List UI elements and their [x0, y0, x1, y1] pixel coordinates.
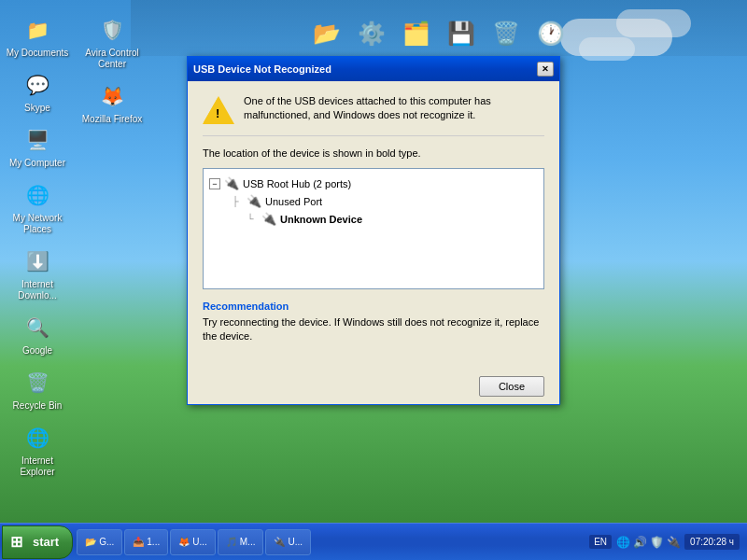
- taskbar-items: 📂 G... 📥 1... 🦊 U... 🎵 M... 🔌 U...: [73, 529, 582, 555]
- icon-internet-download[interactable]: ⬇️ Internet Downlo...: [0, 241, 75, 307]
- dock-trash[interactable]: 🗑️: [486, 13, 527, 54]
- dialog-title: USB Device Not Recognized: [193, 63, 331, 75]
- dock-files[interactable]: 🗂️: [396, 13, 437, 54]
- dock-folder[interactable]: 📂: [306, 13, 347, 54]
- rocketdock: 📂 ⚙️ 🗂️ 💾 🗑️ 🕐: [131, 0, 747, 56]
- icon-firefox[interactable]: 🦊 Mozilla Firefox: [75, 76, 149, 131]
- dialog-body: ! One of the USB devices attached to thi…: [188, 81, 559, 369]
- icon-my-computer[interactable]: 🖥️ My Computer: [0, 119, 75, 175]
- usb-hub-icon: 🔌: [224, 176, 239, 190]
- close-button[interactable]: Close: [479, 376, 544, 397]
- device-tree: − 🔌 USB Root Hub (2 ports) ├ 🔌 Unused Po…: [203, 168, 544, 289]
- windows-logo: ⊞: [10, 533, 29, 552]
- dock-settings[interactable]: ⚙️: [351, 13, 392, 54]
- network-tray-icon: 🌐: [615, 535, 630, 550]
- start-button[interactable]: ⊞ start: [2, 525, 73, 559]
- unknown-device-label: Unknown Device: [280, 214, 362, 225]
- system-clock: 07:20:28 ч: [684, 534, 740, 550]
- location-text: The location of the device is shown in b…: [203, 147, 544, 159]
- tree-expand-root[interactable]: −: [209, 178, 220, 189]
- icon-avira[interactable]: 🛡️ Avira Control Center: [75, 9, 149, 76]
- tray-icons: 🌐 🔊 🛡️ 🔌: [615, 535, 681, 550]
- tree-root: − 🔌 USB Root Hub (2 ports): [209, 175, 538, 192]
- recommendation-title: Recommendation: [203, 301, 544, 312]
- dialog-controls: ✕: [537, 62, 554, 77]
- icon-my-documents[interactable]: 📁 My Documents: [0, 9, 75, 64]
- volume-tray-icon: 🔊: [632, 535, 647, 550]
- dialog-footer: Close: [188, 369, 559, 404]
- taskbar-right: EN 🌐 🔊 🛡️ 🔌 07:20:28 ч: [582, 534, 747, 550]
- dock-clock[interactable]: 🕐: [530, 13, 571, 54]
- taskbar-btn-3[interactable]: 🦊 U...: [170, 529, 216, 555]
- unknown-device-icon: 🔌: [261, 212, 276, 226]
- icon-ie[interactable]: 🌐 Internet Explorer: [0, 417, 75, 483]
- taskbar-btn-5[interactable]: 🔌 U...: [265, 529, 311, 555]
- taskbar-btn-4[interactable]: 🎵 M...: [218, 529, 264, 555]
- unused-port-icon: 🔌: [247, 194, 261, 208]
- dialog-message: One of the USB devices attached to this …: [244, 94, 544, 123]
- language-indicator[interactable]: EN: [589, 535, 612, 549]
- tree-unknown-device: └ 🔌 Unknown Device: [243, 210, 538, 228]
- usb-tray-icon: 🔌: [666, 535, 681, 550]
- recommendation-text: Try reconnecting the device. If Windows …: [203, 315, 544, 344]
- taskbar-btn-2[interactable]: 📥 1...: [124, 529, 168, 555]
- dialog-header: ! One of the USB devices attached to thi…: [203, 94, 544, 136]
- tree-root-label: USB Root Hub (2 ports): [243, 178, 351, 189]
- desktop: 📂 ⚙️ 🗂️ 💾 🗑️ 🕐 📁 My Documents 💬 Skype 🖥️…: [0, 0, 747, 523]
- icon-skype[interactable]: 💬 Skype: [0, 64, 75, 119]
- icon-my-network-places[interactable]: 🌐 My Network Places: [0, 175, 75, 241]
- usb-dialog: USB Device Not Recognized ✕ ! One of the…: [187, 56, 560, 405]
- close-title-button[interactable]: ✕: [537, 62, 554, 77]
- dock-drive[interactable]: 💾: [441, 13, 482, 54]
- tree-unused-port: ├ 🔌 Unused Port: [228, 192, 538, 210]
- antivirus-tray-icon: 🛡️: [649, 535, 664, 550]
- desktop-icons: 📁 My Documents 💬 Skype 🖥️ My Computer 🌐 …: [0, 0, 168, 523]
- start-label: start: [33, 535, 59, 549]
- dialog-titlebar: USB Device Not Recognized ✕: [188, 57, 559, 81]
- taskbar-btn-1[interactable]: 📂 G...: [77, 529, 122, 555]
- icon-google[interactable]: 🔍 Google: [0, 307, 75, 362]
- recommendation-section: Recommendation Try reconnecting the devi…: [203, 301, 544, 344]
- unused-port-label: Unused Port: [265, 196, 322, 207]
- taskbar: ⊞ start 📂 G... 📥 1... 🦊 U... 🎵 M... 🔌 U.…: [0, 523, 747, 560]
- icon-recycle-bin[interactable]: 🗑️ Recycle Bin: [0, 362, 75, 417]
- warning-icon: !: [203, 94, 233, 124]
